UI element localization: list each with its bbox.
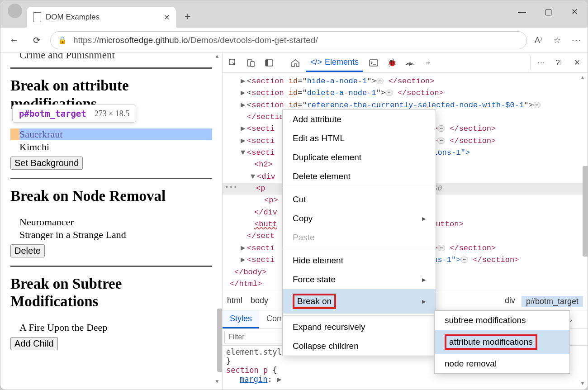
svg-point-6 [409, 65, 410, 66]
favorite-icon[interactable]: ☆ [550, 33, 564, 47]
ctx-expand[interactable]: Expand recursively [283, 318, 436, 337]
inspect-icon[interactable] [225, 55, 241, 71]
close-button[interactable]: ✕ [561, 0, 588, 23]
context-menu: Add attribute Edit as HTML Duplicate ele… [282, 109, 436, 356]
toolbar-right: A⁾ ☆ ⋯ [531, 33, 583, 47]
tooltip-dimensions: 273 × 18.5 [95, 109, 130, 119]
submenu-subtree[interactable]: subtree modifications [435, 311, 569, 330]
delete-button[interactable]: Delete [10, 244, 45, 257]
titlebar: DOM Examples ✕ ＋ — ▢ ✕ [0, 0, 588, 28]
more-icon[interactable]: ⋯ [569, 33, 583, 47]
tab-close-icon[interactable]: ✕ [164, 13, 170, 22]
item-neuromancer: Neuromancer [19, 216, 212, 228]
submenu-node-removal[interactable]: node removal [435, 354, 569, 373]
ctx-duplicate[interactable]: Duplicate element [283, 148, 436, 167]
close-devtools-icon[interactable]: ✕ [569, 55, 585, 71]
heading-subtree: Break on Subtree Modifications [10, 275, 212, 311]
url-text: https://microsoftedge.github.io/Demos/de… [73, 35, 318, 45]
lock-icon: 🔒 [58, 36, 67, 44]
scroll-thumb[interactable] [217, 309, 222, 372]
scroll-up-icon[interactable]: ▲ [214, 53, 220, 60]
tooltip-selector: p#botm_target [19, 109, 86, 119]
settings-icon[interactable]: ⋯ [533, 55, 549, 71]
ctx-hide[interactable]: Hide element [283, 251, 436, 270]
ctx-separator [283, 315, 436, 316]
devtools-scrollbar[interactable]: ▲ ▼ [579, 75, 587, 386]
item-kimchi: Kimchi [19, 141, 212, 153]
ctx-edit-html[interactable]: Edit as HTML [283, 129, 436, 148]
add-child-button[interactable]: Add Child [10, 337, 58, 350]
ctx-separator [283, 188, 436, 188]
refresh-button[interactable]: ⟳ [28, 31, 46, 49]
item-sauerkraut: Sauerkraut [19, 128, 62, 140]
break-on-submenu: subtree modifications attribute modifica… [434, 310, 570, 374]
read-aloud-icon[interactable]: A⁾ [531, 33, 545, 47]
minimize-button[interactable]: — [509, 0, 535, 23]
scroll-up-icon[interactable]: ▲ [580, 75, 585, 80]
maximize-button[interactable]: ▢ [535, 0, 561, 23]
ctx-copy[interactable]: Copy [283, 209, 436, 228]
window-controls: — ▢ ✕ [509, 0, 588, 23]
browser-toolbar: ← ⟳ 🔒 https://microsoftedge.github.io/De… [0, 28, 588, 53]
ctx-add-attribute[interactable]: Add attribute [283, 110, 436, 129]
submenu-attribute[interactable]: attribute modifications [435, 330, 569, 354]
crumb-body[interactable]: body [251, 296, 268, 307]
ctx-separator [283, 249, 436, 249]
divider [10, 178, 212, 179]
heading-removal: Break on Node Removal [10, 187, 212, 205]
console-tab-icon[interactable] [366, 55, 381, 71]
webpage: Crime and Punishment Break on attribute … [0, 53, 222, 390]
network-tab-icon[interactable] [402, 55, 417, 71]
ctx-cut[interactable]: Cut [283, 190, 436, 209]
elements-tab[interactable]: </> Elements [306, 54, 363, 72]
crumb-target[interactable]: p#botm_target [522, 296, 583, 307]
new-tab-button[interactable]: ＋ [179, 10, 197, 23]
profile-icon[interactable] [8, 4, 22, 18]
scroll-down-icon[interactable]: ▼ [214, 378, 220, 385]
ctx-force-state[interactable]: Force state [283, 270, 436, 289]
ctx-collapse[interactable]: Collapse children [283, 337, 436, 356]
highlighted-element[interactable]: Sauerkraut [10, 128, 212, 140]
code-icon: </> [310, 57, 322, 67]
ctx-break-on[interactable]: Break on [283, 289, 436, 314]
document-icon [33, 12, 41, 22]
item-stranger: Stranger in a Strange Land [19, 229, 212, 241]
help-icon[interactable]: ?⃝ [551, 55, 567, 71]
svg-rect-2 [251, 62, 254, 67]
element-tooltip: p#botm_target 273 × 18.5 [12, 105, 136, 123]
address-bar[interactable]: 🔒 https://microsoftedge.github.io/Demos/… [50, 31, 527, 49]
scroll-down-icon[interactable]: ▼ [580, 380, 585, 386]
cutoff-text: Crime and Punishment [19, 53, 212, 61]
divider [10, 67, 212, 69]
page-scrollbar[interactable]: ▲ ▼ [213, 53, 221, 385]
more-tabs-icon[interactable]: ＋ [420, 55, 436, 71]
device-icon[interactable] [243, 55, 259, 71]
devtools-toolbar: </> Elements 🐞 ＋ ⋯ ?⃝ ✕ [223, 53, 588, 73]
back-button[interactable]: ← [5, 31, 23, 49]
svg-rect-4 [266, 60, 268, 66]
welcome-tab-icon[interactable] [288, 55, 303, 71]
ctx-delete[interactable]: Delete element [283, 167, 436, 186]
divider [10, 266, 212, 267]
dock-icon[interactable] [261, 55, 277, 71]
ctx-paste: Paste [283, 228, 436, 247]
svg-rect-5 [370, 60, 378, 66]
item-fire: A Fire Upon the Deep [19, 322, 212, 333]
set-background-button[interactable]: Set Background [10, 157, 83, 170]
crumb-html[interactable]: html [227, 296, 242, 307]
sources-tab-icon[interactable]: 🐞 [384, 55, 399, 71]
tab-title: DOM Examples [46, 13, 100, 22]
crumb-div[interactable]: div [505, 296, 515, 307]
tab-styles[interactable]: Styles [223, 310, 259, 328]
browser-tab[interactable]: DOM Examples ✕ [27, 7, 176, 28]
scroll-thumb[interactable] [583, 166, 588, 257]
